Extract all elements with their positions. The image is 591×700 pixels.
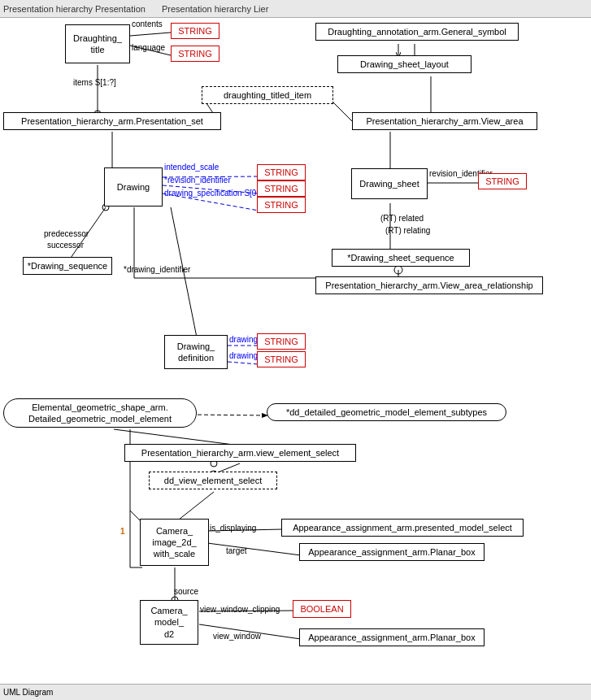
- ph-view-area-box: Presentation_hierarchy_arm.View_area: [352, 112, 537, 130]
- string-contents-box: STRING: [171, 23, 219, 39]
- label-items: items S[1:?]: [73, 78, 116, 87]
- app-planar-box2: Appearance_assignment_arm.Planar_box: [299, 628, 485, 646]
- draughting-titled-item-box: draughting_titled_item: [202, 86, 333, 104]
- label-one: 1: [120, 527, 125, 536]
- label-target: target: [226, 546, 247, 555]
- string-drawspec-box: STRING: [257, 197, 306, 213]
- footer-text: UML Diagram: [3, 688, 53, 697]
- drawing-sheet-layout-box: Drawing_sheet_layout: [337, 55, 471, 73]
- label-is-displaying: is_displaying: [210, 524, 256, 533]
- camera-image-2d-box: Camera_image_2d_with_scale: [140, 519, 209, 566]
- string-language-box: STRING: [171, 46, 219, 62]
- drawing-box: Drawing: [104, 167, 163, 207]
- header-right: Presentation hierarchy Lier: [162, 4, 268, 14]
- diagram: Presentation hierarchy Presentation Pres…: [0, 0, 591, 700]
- dd-detailed-box: *dd_detailed_geometric_model_element_sub…: [267, 403, 506, 421]
- ph-presentation-set-box: Presentation_hierarchy_arm.Presentation_…: [3, 112, 221, 130]
- diagram-lines: [0, 0, 591, 700]
- svg-point-35: [394, 266, 402, 274]
- svg-line-0: [130, 33, 171, 36]
- drawing-sheet-seq-box: *Drawing_sheet_sequence: [332, 249, 470, 267]
- footer-bar: UML Diagram: [0, 684, 591, 700]
- string-drawtype-box: STRING: [257, 333, 306, 350]
- string-revision-box: STRING: [257, 180, 306, 197]
- drawing-sequence-box: *Drawing_sequence: [23, 257, 112, 275]
- string-revision2-box: STRING: [478, 173, 527, 189]
- draughting-title-box: Draughting_title: [65, 24, 130, 63]
- header-left: Presentation hierarchy Presentation: [3, 4, 146, 14]
- drawing-sheet-box: Drawing_sheet: [351, 168, 428, 199]
- string-intended-box: STRING: [257, 164, 306, 180]
- svg-line-26: [207, 543, 301, 555]
- draughting-title-label: Draughting_title: [73, 33, 122, 56]
- boolean-box: BOOLEAN: [293, 600, 351, 618]
- svg-line-20: [228, 362, 259, 364]
- label-revision-id: *revision_identifier: [164, 176, 231, 185]
- draughting-anno-box: Draughting_annotation_arm.General_symbol: [315, 23, 519, 41]
- elem-geo-box: Elemental_geometric_shape_arm.Detailed_g…: [3, 398, 197, 428]
- string-drawnum-box: STRING: [257, 351, 306, 367]
- dd-view-elem-sel-box: dd_view_element_select: [149, 472, 277, 489]
- label-rt-relating: (RT) relating: [385, 226, 430, 235]
- label-view-window-clipping: view_window_clipping: [200, 605, 280, 614]
- drawing-definition-box: Drawing_definition: [164, 335, 228, 369]
- svg-line-21: [191, 415, 268, 415]
- svg-line-22: [114, 429, 240, 446]
- label-view-window: view_window: [213, 632, 261, 641]
- label-rt-related: (RT) related: [380, 214, 424, 223]
- ph-view-elem-sel-box: Presentation_hierarchy_arm.view_element_…: [124, 444, 356, 462]
- label-predecessor: predecessor: [44, 229, 89, 238]
- label-drawing-spec: drawing_specification S[0:?]: [164, 189, 266, 198]
- label-drawing-identifier: *drawing_identifier: [124, 265, 190, 274]
- label-successor: successor: [47, 241, 84, 250]
- ph-view-area-rel-box: Presentation_hierarchy_arm.View_area_rel…: [315, 276, 543, 294]
- label-contents: contents: [132, 20, 163, 28]
- header-bar: Presentation hierarchy Presentation Pres…: [0, 0, 591, 18]
- app-planar-box1: Appearance_assignment_arm.Planar_box: [299, 543, 485, 561]
- label-language: language: [132, 43, 165, 52]
- camera-model-d2-box: Camera_model_d2: [140, 600, 198, 645]
- label-source: source: [174, 587, 198, 596]
- app-presented-box: Appearance_assignment_arm.presented_mode…: [281, 519, 524, 537]
- label-intended-scale: intended_scale: [164, 163, 219, 172]
